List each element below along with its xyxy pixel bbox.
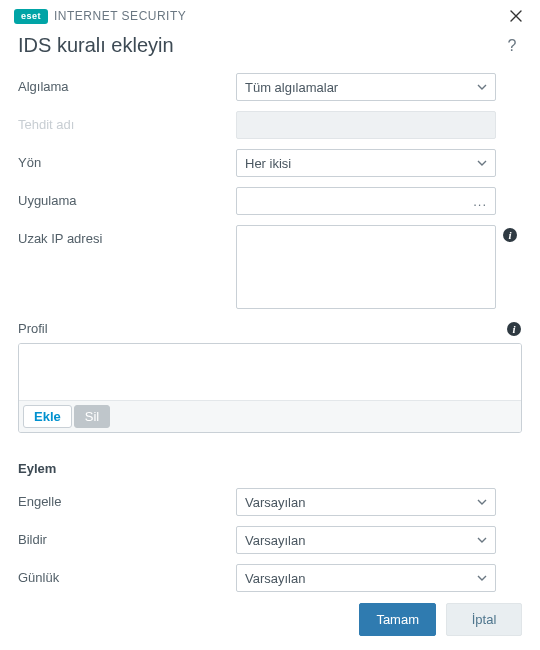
action-section-title: Eylem xyxy=(18,461,522,476)
browse-icon[interactable]: ... xyxy=(473,194,487,209)
cancel-button[interactable]: İptal xyxy=(446,603,522,636)
footer: Tamam İptal xyxy=(0,591,540,650)
chevron-down-icon xyxy=(477,84,487,90)
application-input[interactable]: ... xyxy=(236,187,496,215)
chevron-down-icon xyxy=(477,575,487,581)
chevron-down-icon xyxy=(477,537,487,543)
profile-label: Profil xyxy=(18,321,506,336)
direction-select[interactable]: Her ikisi xyxy=(236,149,496,177)
help-icon[interactable]: ? xyxy=(502,36,522,56)
add-button[interactable]: Ekle xyxy=(23,405,72,428)
direction-value: Her ikisi xyxy=(245,156,291,171)
notify-label: Bildir xyxy=(18,526,236,547)
brand-product-name: INTERNET SECURITY xyxy=(54,9,186,23)
detection-label: Algılama xyxy=(18,73,236,94)
log-label: Günlük xyxy=(18,564,236,585)
profile-box: Ekle Sil xyxy=(18,343,522,433)
threat-name-input xyxy=(236,111,496,139)
remote-ip-label: Uzak IP adresi xyxy=(18,225,236,246)
direction-label: Yön xyxy=(18,149,236,170)
detection-select[interactable]: Tüm algılamalar xyxy=(236,73,496,101)
block-label: Engelle xyxy=(18,488,236,509)
block-select[interactable]: Varsayılan xyxy=(236,488,496,516)
close-icon[interactable] xyxy=(502,4,530,28)
detection-value: Tüm algılamalar xyxy=(245,80,338,95)
info-icon[interactable]: i xyxy=(502,227,518,243)
notify-value: Varsayılan xyxy=(245,533,305,548)
page-title: IDS kuralı ekleyin xyxy=(18,34,502,57)
delete-button: Sil xyxy=(74,405,110,428)
brand-logo: eset xyxy=(14,9,48,24)
titlebar: eset INTERNET SECURITY xyxy=(0,0,540,30)
log-select[interactable]: Varsayılan xyxy=(236,564,496,592)
chevron-down-icon xyxy=(477,160,487,166)
log-value: Varsayılan xyxy=(245,571,305,586)
chevron-down-icon xyxy=(477,499,487,505)
info-icon[interactable]: i xyxy=(506,321,522,337)
ok-button[interactable]: Tamam xyxy=(359,603,436,636)
block-value: Varsayılan xyxy=(245,495,305,510)
application-label: Uygulama xyxy=(18,187,236,208)
remote-ip-textarea[interactable] xyxy=(236,225,496,309)
profile-list[interactable] xyxy=(19,344,521,400)
notify-select[interactable]: Varsayılan xyxy=(236,526,496,554)
threat-name-label: Tehdit adı xyxy=(18,111,236,132)
